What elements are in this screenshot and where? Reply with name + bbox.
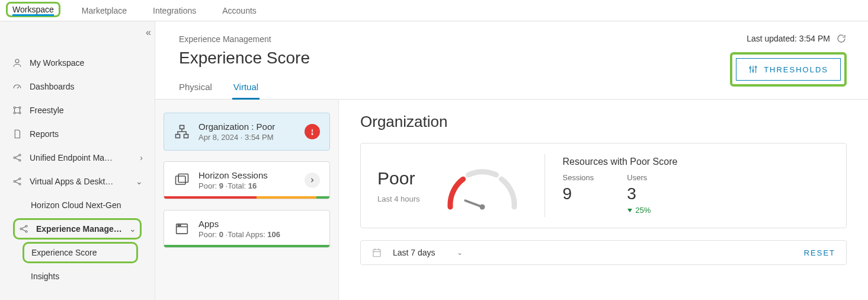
share-icon <box>18 224 29 234</box>
svg-rect-27 <box>178 174 188 183</box>
date-range-value: Last 7 days <box>393 248 435 257</box>
poor-col-value: 3 <box>627 184 651 203</box>
refresh-icon[interactable] <box>836 33 847 44</box>
svg-rect-21 <box>180 126 184 129</box>
reset-button[interactable]: RESET <box>804 248 835 257</box>
thresholds-button[interactable]: THRESHOLDS <box>736 58 841 81</box>
sidebar: « My Workspace Dashboards Freestyle <box>0 21 155 300</box>
subtab-physical[interactable]: Physical <box>179 78 212 99</box>
score-sublabel: Last 4 hours <box>377 194 420 203</box>
sidebar-item-label: Virtual Apps & Deskt… <box>30 177 113 186</box>
tab-marketplace[interactable]: Marketplace <box>77 2 132 19</box>
sidebar-item-freestyle[interactable]: Freestyle <box>0 98 155 122</box>
share-icon <box>12 176 23 187</box>
poor-col-label: Sessions <box>563 173 594 182</box>
sidebar-item-insights[interactable]: Insights <box>0 264 155 288</box>
subtab-virtual[interactable]: Virtual <box>233 78 258 99</box>
alert-icon <box>305 124 320 139</box>
sidebar-item-label: Unified Endpoint Ma… <box>30 153 113 162</box>
sidebar-item-experience-management[interactable]: Experience Manage… ⌄ <box>13 218 142 240</box>
shell: « My Workspace Dashboards Freestyle <box>0 21 868 300</box>
card-title: Organization : Poor <box>198 122 296 132</box>
sidebar-item-dashboards[interactable]: Dashboards <box>0 75 155 98</box>
collapse-sidebar-icon[interactable]: « <box>146 27 148 38</box>
svg-point-7 <box>19 154 21 156</box>
thresholds-label: THRESHOLDS <box>764 65 828 74</box>
body-split: Organization : Poor Apr 8, 2024 · 3:54 P… <box>155 100 868 300</box>
section-title: Organization <box>360 113 847 131</box>
svg-rect-34 <box>373 250 380 257</box>
chevron-down-icon: ⌄ <box>136 177 143 186</box>
svg-point-2 <box>14 107 15 108</box>
last-updated: Last updated: 3:54 PM <box>747 33 847 44</box>
poor-heading: Resources with Poor Score <box>563 157 829 167</box>
sidebar-item-label: My Workspace <box>30 58 84 68</box>
sidebar-item-label: Dashboards <box>30 82 75 91</box>
score-stripe <box>164 196 329 199</box>
delta-badge: 25% <box>627 206 651 215</box>
sidebar-item-virtual-apps[interactable]: Virtual Apps & Deskt… ⌄ <box>0 170 155 193</box>
svg-point-10 <box>19 178 21 180</box>
sidebar-item-reports[interactable]: Reports <box>0 122 155 146</box>
apps-icon <box>174 221 190 237</box>
content: Experience Management Experience Score L… <box>155 21 868 300</box>
svg-point-11 <box>19 183 21 185</box>
detail-column: Organization Poor Last 4 hours <box>339 100 868 300</box>
svg-point-12 <box>20 228 22 230</box>
card-horizon-sessions[interactable]: Horizon Sessions Poor: 9 ·Total: 16 <box>164 161 330 199</box>
poor-resources: Resources with Poor Score Sessions 9 Use… <box>563 157 829 215</box>
poor-col-sessions: Sessions 9 <box>563 173 594 215</box>
sliders-icon <box>748 65 758 74</box>
poor-columns: Sessions 9 Users 3 25% <box>563 173 829 215</box>
chevron-right-icon: › <box>140 153 143 162</box>
sidebar-item-experience-score[interactable]: Experience Score <box>23 242 138 263</box>
svg-point-9 <box>14 181 15 183</box>
share-icon <box>12 152 23 163</box>
svg-point-14 <box>25 231 27 232</box>
card-apps[interactable]: Apps Poor: 0 ·Total Apps: 106 <box>164 210 330 248</box>
svg-point-8 <box>19 159 21 161</box>
delta-value: 25% <box>635 206 651 215</box>
gauge-icon <box>12 81 23 92</box>
metric-card: Poor Last 4 hours Resources with Poor Sc… <box>360 143 847 228</box>
chevron-right-icon[interactable] <box>305 173 320 188</box>
sidebar-item-uem[interactable]: Unified Endpoint Ma… › <box>0 146 155 170</box>
card-title: Apps <box>198 219 320 229</box>
sidebar-item-label: Experience Manage… <box>36 224 122 234</box>
sidebar-item-label: Freestyle <box>30 106 64 115</box>
svg-rect-22 <box>176 135 180 138</box>
sidebar-item-horizon-cloud[interactable]: Horizon Cloud Next-Gen <box>0 193 155 217</box>
sidebar-list: My Workspace Dashboards Freestyle Report… <box>0 21 155 288</box>
card-title: Horizon Sessions <box>198 170 296 180</box>
svg-point-5 <box>19 112 21 114</box>
gauge-chart <box>438 159 527 212</box>
svg-point-13 <box>25 225 27 227</box>
hierarchy-icon <box>174 123 190 140</box>
svg-rect-26 <box>176 176 185 184</box>
svg-line-1 <box>17 87 19 88</box>
svg-point-20 <box>755 66 757 68</box>
tab-workspace[interactable]: Workspace <box>6 2 60 17</box>
svg-rect-23 <box>184 135 188 138</box>
sidebar-item-my-workspace[interactable]: My Workspace <box>0 51 155 75</box>
thresholds-highlight: THRESHOLDS <box>730 52 847 87</box>
header-right: Last updated: 3:54 PM THRESHOLDS <box>730 33 847 87</box>
svg-point-30 <box>178 225 179 226</box>
svg-point-0 <box>15 59 19 63</box>
svg-point-18 <box>750 67 751 69</box>
card-organization[interactable]: Organization : Poor Apr 8, 2024 · 3:54 P… <box>164 113 330 151</box>
score-label: Poor <box>377 168 420 189</box>
card-subtitle: Poor: 0 ·Total Apps: 106 <box>198 230 320 239</box>
tab-accounts[interactable]: Accounts <box>217 2 261 19</box>
flow-icon <box>12 105 23 116</box>
svg-point-4 <box>14 112 15 114</box>
vertical-divider <box>544 154 545 217</box>
score-stripe <box>164 245 329 247</box>
filter-row: Last 7 days ⌄ RESET <box>360 240 847 265</box>
date-range-select[interactable]: Last 7 days ⌄ <box>393 247 463 258</box>
poor-col-value: 9 <box>563 184 594 203</box>
caret-down-icon <box>627 208 633 213</box>
tab-integrations[interactable]: Integrations <box>148 2 201 19</box>
svg-point-19 <box>752 70 754 72</box>
user-icon <box>12 58 23 68</box>
